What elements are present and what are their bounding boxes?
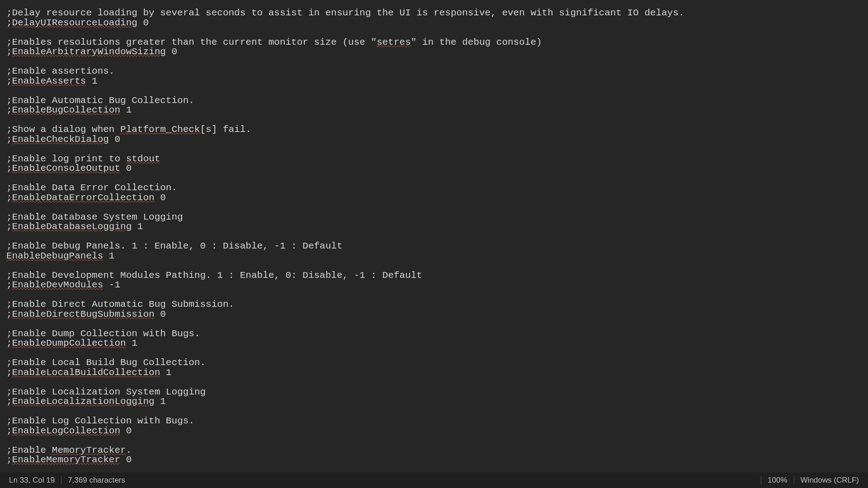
editor-line[interactable] [6,115,868,125]
text-segment: ; [6,163,12,174]
text-segment: ; [6,105,12,115]
editor-line[interactable]: ;Delay resource loading by several secon… [6,8,868,18]
text-segment: ; [6,221,12,232]
editor-line[interactable]: ;Enable Development Modules Pathing. 1 :… [6,271,868,281]
editor-line[interactable]: ;EnableDirectBugSubmission 0 [6,310,868,319]
text-segment: EnableConsoleOutput [12,163,120,174]
text-segment: 0 [166,47,177,57]
text-segment: Platform_Check [120,124,200,135]
status-zoom[interactable]: 100% [768,476,787,485]
editor-line[interactable] [6,144,868,154]
editor-line[interactable]: ;DelayUIResourceLoading 0 [6,18,868,28]
editor-line[interactable]: ;EnableLocalizationLogging 1 [6,397,868,407]
editor-line[interactable] [6,232,868,242]
editor-line[interactable]: ;EnableDumpCollection 1 [6,338,868,348]
text-segment: setres [377,37,411,47]
text-segment: 1 [103,251,114,261]
text-segment: ;Enable Local Build Bug Collection. [6,357,206,368]
editor-line[interactable]: ;Enable Local Build Bug Collection. [6,358,868,368]
editor-line[interactable]: ;EnableAsserts 1 [6,76,868,86]
text-segment: 1 [132,221,143,232]
editor-line[interactable]: ;EnableConsoleOutput 0 [6,164,868,174]
text-segment: 1 [86,76,97,86]
text-segment: [s] fail. [200,124,251,135]
text-segment: DelayUIResourceLoading [12,18,137,28]
text-segment: ;Show a dialog when [6,124,120,135]
text-segment: ;Enable log print to [6,154,126,164]
editor-line[interactable]: ;Show a dialog when Platform_Check[s] fa… [6,125,868,135]
editor-line[interactable] [6,202,868,212]
text-segment: ;Enable Automatic Bug Collection. [6,95,194,106]
text-segment: ;Enable Log Collection with Bugs. [6,416,194,426]
text-editor-area[interactable]: ;Delay resource loading by several secon… [0,0,868,473]
editor-line[interactable] [6,174,868,183]
editor-line[interactable]: ;Enable Log Collection with Bugs. [6,416,868,426]
status-char-count[interactable]: 7,369 characters [68,476,125,485]
editor-line[interactable]: EnableDebugPanels 1 [6,251,868,261]
editor-line[interactable]: ;Enable Localization System Logging [6,387,868,397]
editor-line[interactable] [6,348,868,358]
editor-line[interactable]: ;Enable Data Error Collection. [6,183,868,193]
text-segment: 0 [120,426,132,436]
text-segment: " in the debug console) [411,37,542,47]
editor-line[interactable]: ;EnableArbitraryWindowSizing 0 [6,47,868,57]
editor-line[interactable] [6,436,868,446]
text-segment: ;Enable Dump Collection with Bugs. [6,328,200,339]
editor-line[interactable]: ;EnableBugCollection 1 [6,105,868,115]
text-segment: . [126,445,132,455]
text-segment: ;Enable Database System Logging [6,212,183,222]
text-segment: 0 [120,455,132,465]
text-segment: MemoryTracker [52,445,126,455]
editor-line[interactable] [6,261,868,271]
editor-line[interactable]: ;EnableDataErrorCollection 0 [6,193,868,203]
text-segment: EnableDevModules [12,280,104,290]
editor-line[interactable] [6,377,868,387]
editor-line[interactable] [6,290,868,300]
editor-line[interactable]: ;EnableCheckDialog 0 [6,135,868,145]
editor-line[interactable]: ;Enables resolutions greater than the cu… [6,38,868,47]
editor-line[interactable]: ;Enable assertions. [6,66,868,76]
editor-line[interactable] [6,407,868,417]
text-segment: EnableLocalBuildCollection [12,367,160,378]
editor-line[interactable] [6,28,868,38]
editor-line[interactable]: ;EnableDatabaseLogging 1 [6,222,868,232]
text-segment: -1 [103,280,120,290]
editor-line[interactable]: ;Enable Database System Logging [6,212,868,222]
status-line-ending[interactable]: Windows (CRLF) [801,476,859,485]
editor-line[interactable]: ;Enable MemoryTracker. [6,446,868,455]
text-segment: ; [6,309,12,319]
text-segment: ;Enable Data Error Collection. [6,183,177,193]
text-segment: 0 [155,192,166,203]
text-segment: ; [6,280,12,290]
editor-line[interactable] [6,319,868,329]
text-segment: ; [6,455,12,465]
editor-line[interactable]: ;Enable Debug Panels. 1 : Enable, 0 : Di… [6,241,868,251]
text-segment: ; [6,192,12,203]
text-segment: ;Enable [6,445,52,455]
text-segment: EnableDebugPanels [6,251,103,261]
text-segment: ;Delay resource loading by several secon… [6,8,684,18]
text-segment: ;Enable Direct Automatic Bug Submission. [6,299,234,310]
editor-line[interactable]: ;Enable Direct Automatic Bug Submission. [6,300,868,310]
text-segment: ; [6,18,12,28]
editor-line[interactable]: ;EnableDevModules -1 [6,280,868,290]
editor-line[interactable]: ;EnableLogCollection 0 [6,426,868,436]
editor-line[interactable]: ;Enable log print to stdout [6,154,868,164]
text-segment: 1 [155,396,166,407]
editor-line[interactable]: ;Enable Automatic Bug Collection. [6,96,868,106]
text-segment: 1 [126,338,137,348]
editor-line[interactable]: ;EnableLocalBuildCollection 1 [6,368,868,378]
editor-line[interactable]: ;Enable Dump Collection with Bugs. [6,329,868,339]
text-segment: ; [6,367,12,378]
status-separator [61,476,61,484]
text-segment: EnableDatabaseLogging [12,221,132,232]
text-segment: 0 [109,134,120,145]
status-cursor-position[interactable]: Ln 33, Col 19 [9,476,55,485]
text-segment: ; [6,76,12,86]
editor-line[interactable] [6,57,868,67]
text-segment: ; [6,426,12,436]
editor-line[interactable]: ;EnableMemoryTracker 0 [6,455,868,465]
editor-line[interactable] [6,86,868,96]
text-segment: EnableDumpCollection [12,338,126,348]
text-segment: EnableDataErrorCollection [12,192,155,203]
